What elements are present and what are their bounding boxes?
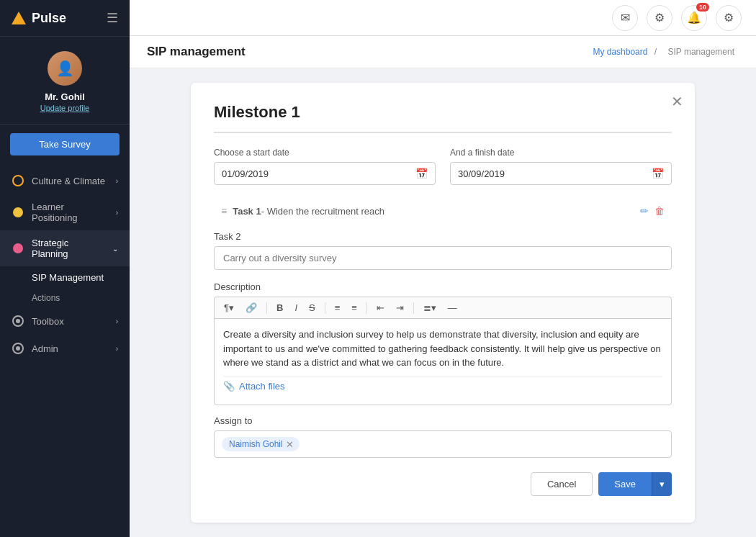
milestone-title: Milestone 1 [214, 103, 672, 133]
sidebar-item-label: Culture & Climate [32, 176, 105, 186]
align-button[interactable]: ≣▾ [420, 300, 440, 315]
start-date-field: Choose a start date 01/09/2019 📅 [214, 148, 436, 185]
sidebar-item-label: SIP Management [32, 272, 104, 283]
strikethrough-button[interactable]: S [305, 300, 319, 315]
description-label: Description [214, 281, 672, 292]
culture-climate-icon [12, 174, 24, 187]
finish-date-value: 30/09/2019 [458, 168, 505, 179]
start-date-value: 01/09/2019 [222, 168, 269, 179]
unordered-list-button[interactable]: ≡ [348, 300, 361, 315]
avatar-image: 👤 [48, 51, 82, 86]
hamburger-icon[interactable]: ☰ [107, 10, 118, 26]
task2-label: Task 2 [214, 231, 672, 242]
assignee-name: Naimish Gohil [229, 439, 283, 449]
chevron-right-icon: › [116, 317, 118, 325]
save-caret-button[interactable]: ▾ [652, 472, 672, 496]
italic-button[interactable]: I [291, 300, 301, 315]
sidebar-item-learner-positioning[interactable]: Learner Positioning › [0, 194, 130, 230]
drag-handle-icon: ≡ [221, 205, 227, 217]
toolbar-separator [366, 302, 367, 314]
indent-decrease-button[interactable]: ⇤ [373, 300, 388, 315]
start-date-label: Choose a start date [214, 148, 436, 158]
calendar-icon: 📅 [652, 168, 664, 179]
learner-positioning-icon [12, 206, 24, 219]
update-profile-link[interactable]: Update profile [40, 104, 90, 112]
save-group: Save ▾ [598, 472, 672, 496]
topbar: ✉ ⚙ 🔔 10 ⚙ [130, 0, 756, 36]
remove-assignee-button[interactable]: ✕ [286, 440, 294, 449]
cancel-button[interactable]: Cancel [531, 472, 593, 496]
sidebar-item-label: Learner Positioning [32, 202, 109, 223]
svg-point-2 [13, 243, 23, 253]
indent-increase-button[interactable]: ⇥ [392, 300, 408, 315]
action-row: Cancel Save ▾ [214, 472, 672, 496]
link-button[interactable]: 🔗 [242, 300, 261, 315]
chevron-right-icon: › [116, 209, 118, 217]
sidebar-item-actions[interactable]: Actions [0, 289, 130, 307]
nav-menu: Culture & Climate › Learner Positioning … [0, 164, 130, 537]
sidebar-item-admin[interactable]: Admin › [0, 335, 130, 362]
user-section: 👤 Mr. Gohil Update profile [0, 37, 130, 125]
task1-label: Task 1- Widen the recruitment reach [233, 206, 384, 217]
page-title: SIP management [147, 45, 246, 59]
chevron-right-icon: › [116, 345, 118, 353]
chevron-down-icon: ⌄ [112, 245, 118, 253]
sidebar: Pulse ☰ 👤 Mr. Gohil Update profile Take … [0, 0, 130, 537]
sidebar-item-toolbox[interactable]: Toolbox › [0, 307, 130, 335]
task1-row: ≡ Task 1- Widen the recruitment reach ✏ … [214, 199, 672, 222]
paragraph-button[interactable]: ¶▾ [220, 300, 238, 315]
sidebar-item-label: Toolbox [32, 316, 64, 327]
task1-description: - Widen the recruitment reach [261, 206, 384, 217]
take-survey-button[interactable]: Take Survey [10, 133, 120, 155]
milestone-card: ✕ Milestone 1 Choose a start date 01/09/… [191, 83, 695, 523]
svg-point-6 [16, 346, 20, 351]
settings-icon-button[interactable]: ⚙ [647, 5, 672, 31]
sidebar-item-label: Actions [32, 293, 60, 303]
app-name: Pulse [32, 11, 66, 26]
notification-badge: 10 [696, 3, 709, 12]
sidebar-header: Pulse ☰ [0, 0, 130, 37]
delete-task1-icon[interactable]: 🗑 [654, 205, 665, 217]
attach-files-label: Attach files [239, 379, 285, 394]
user-name: Mr. Gohil [45, 91, 85, 102]
user-settings-icon-button[interactable]: ⚙ [716, 5, 742, 31]
start-date-input[interactable]: 01/09/2019 📅 [214, 162, 436, 185]
breadcrumb-home[interactable]: My dashboard [593, 47, 647, 57]
sidebar-item-strategic-planning[interactable]: Strategic Planning ⌄ [0, 230, 130, 266]
rule-button[interactable]: — [444, 300, 461, 315]
chevron-right-icon: › [116, 177, 118, 185]
main-content: ✉ ⚙ 🔔 10 ⚙ SIP management My dashboard /… [130, 0, 756, 537]
toolbar-separator [266, 302, 267, 314]
editor-body[interactable]: Create a diversity and inclusion survey … [214, 318, 672, 405]
finish-date-label: And a finish date [450, 148, 672, 158]
finish-date-input[interactable]: 30/09/2019 📅 [450, 162, 672, 185]
close-button[interactable]: ✕ [671, 93, 683, 110]
svg-point-0 [13, 176, 23, 186]
assign-to-input[interactable]: Naimish Gohil ✕ [214, 430, 672, 458]
logo-triangle-icon [12, 12, 26, 24]
avatar: 👤 [48, 51, 82, 86]
svg-point-1 [13, 207, 23, 217]
sidebar-item-culture-climate[interactable]: Culture & Climate › [0, 167, 130, 194]
ordered-list-button[interactable]: ≡ [331, 300, 344, 315]
attach-files-row[interactable]: 📎 Attach files [223, 376, 662, 397]
task2-input[interactable] [214, 246, 672, 270]
svg-point-4 [16, 319, 20, 323]
toolbar-separator [325, 302, 325, 314]
toolbar-separator [413, 302, 414, 314]
strategic-planning-icon [12, 242, 24, 255]
email-icon-button[interactable]: ✉ [612, 5, 638, 31]
task1-actions: ✏ 🗑 [640, 205, 665, 217]
content-area: ✕ Milestone 1 Choose a start date 01/09/… [130, 68, 756, 537]
save-button[interactable]: Save [598, 472, 652, 496]
calendar-icon: 📅 [415, 168, 428, 179]
sidebar-item-sip-management[interactable]: SIP Management [0, 266, 130, 289]
page-header: SIP management My dashboard / SIP manage… [130, 36, 756, 68]
editor-content: Create a diversity and inclusion survey … [223, 329, 661, 368]
toolbox-icon [12, 315, 24, 328]
edit-task1-icon[interactable]: ✏ [640, 205, 649, 217]
breadcrumb-separator: / [654, 47, 657, 57]
notifications-icon-button[interactable]: 🔔 10 [681, 5, 707, 31]
bold-button[interactable]: B [273, 300, 287, 315]
admin-icon [12, 342, 24, 355]
